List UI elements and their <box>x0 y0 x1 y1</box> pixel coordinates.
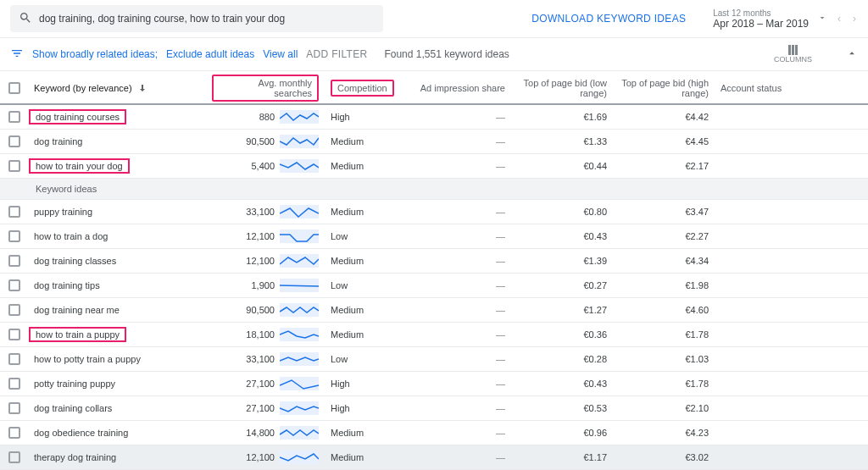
keyword-text: dog training classes <box>34 256 116 266</box>
filter-icon[interactable] <box>10 47 24 63</box>
sparkline-icon <box>280 159 319 173</box>
high-bid-value: €3.47 <box>614 207 715 217</box>
column-low-bid[interactable]: Top of page bid (low range) <box>512 75 614 102</box>
row-checkbox[interactable] <box>8 206 20 218</box>
row-checkbox[interactable] <box>8 111 20 123</box>
high-bid-value: €4.60 <box>614 305 715 315</box>
competition-value: Medium <box>326 452 410 462</box>
ad-impression-value: — <box>410 354 512 364</box>
table-row[interactable]: therapy dog training 12,100 Medium — €1.… <box>0 445 868 470</box>
row-checkbox[interactable] <box>8 279 20 291</box>
select-all-checkbox[interactable] <box>8 82 20 94</box>
competition-value: Low <box>326 354 410 364</box>
avg-searches-value: 1,900 <box>251 280 275 290</box>
filter-view-all[interactable]: View all <box>263 48 298 60</box>
table-row[interactable]: dog obedience training 14,800 Medium — €… <box>0 421 868 445</box>
filter-exclude-adult[interactable]: Exclude adult ideas <box>166 48 254 60</box>
keyword-text: how to train a dog <box>34 231 108 241</box>
row-checkbox[interactable] <box>8 378 20 390</box>
avg-searches-value: 33,100 <box>246 207 275 217</box>
ad-impression-value: — <box>410 207 512 217</box>
columns-button[interactable]: COLUMNS <box>774 45 812 64</box>
date-range-label: Last 12 months <box>713 8 809 18</box>
table-row[interactable]: dog training 90,500 Medium — €1.33 €4.45 <box>0 130 868 154</box>
row-checkbox[interactable] <box>8 304 20 316</box>
search-input[interactable] <box>39 13 375 25</box>
search-box[interactable] <box>10 5 383 32</box>
row-checkbox[interactable] <box>8 353 20 365</box>
competition-value: Medium <box>326 428 410 438</box>
competition-value: Medium <box>326 207 410 217</box>
column-keyword[interactable]: Keyword (by relevance) <box>34 83 202 93</box>
table-row[interactable]: how to train a puppy 18,100 Medium — €0.… <box>0 323 868 347</box>
low-bid-value: €0.28 <box>512 354 614 364</box>
column-competition[interactable]: Competition <box>331 80 394 97</box>
table-row[interactable]: how to train a dog 12,100 Low — €0.43 €2… <box>0 224 868 249</box>
avg-searches-value: 18,100 <box>246 329 275 340</box>
row-checkbox[interactable] <box>8 451 20 463</box>
ad-impression-value: — <box>410 329 512 340</box>
high-bid-value: €4.23 <box>614 428 715 438</box>
low-bid-value: €0.44 <box>512 161 614 171</box>
ad-impression-value: — <box>410 112 512 122</box>
row-checkbox[interactable] <box>8 402 20 414</box>
high-bid-value: €2.10 <box>614 403 715 413</box>
row-checkbox[interactable] <box>8 427 20 439</box>
competition-value: Medium <box>326 161 410 171</box>
avg-searches-value: 33,100 <box>246 354 275 364</box>
high-bid-value: €1.78 <box>614 329 715 340</box>
columns-icon <box>788 45 798 55</box>
next-period-button[interactable]: › <box>851 13 858 25</box>
column-ad-impression-share[interactable]: Ad impression share <box>410 80 512 97</box>
low-bid-value: €0.43 <box>512 379 614 389</box>
filter-broadly-related[interactable]: Show broadly related ideas; <box>32 48 158 60</box>
ad-impression-value: — <box>410 452 512 462</box>
column-high-bid[interactable]: Top of page bid (high range) <box>614 75 715 102</box>
low-bid-value: €0.27 <box>512 280 614 290</box>
sparkline-icon <box>280 254 319 268</box>
sparkline-icon <box>280 451 319 464</box>
low-bid-value: €0.96 <box>512 428 614 438</box>
high-bid-value: €4.45 <box>614 136 715 147</box>
table-row[interactable]: dog training near me 90,500 Medium — €1.… <box>0 298 868 323</box>
high-bid-value: €4.34 <box>614 256 715 266</box>
keyword-text: dog training collars <box>34 403 112 413</box>
row-checkbox[interactable] <box>8 255 20 267</box>
avg-searches-value: 90,500 <box>246 136 275 147</box>
row-checkbox[interactable] <box>8 160 20 172</box>
avg-searches-value: 5,400 <box>251 161 275 171</box>
row-checkbox[interactable] <box>8 329 20 340</box>
keyword-text: dog training courses <box>29 109 126 124</box>
column-avg-searches[interactable]: Avg. monthly searches <box>212 75 319 102</box>
row-checkbox[interactable] <box>8 230 20 242</box>
ad-impression-value: — <box>410 280 512 290</box>
table-row[interactable]: potty training puppy 27,100 High — €0.43… <box>0 372 868 396</box>
table-row[interactable]: how to train your dog 5,400 Medium — €0.… <box>0 154 868 179</box>
low-bid-value: €0.80 <box>512 207 614 217</box>
table-row[interactable]: dog training collars 27,100 High — €0.53… <box>0 396 868 421</box>
avg-searches-value: 12,100 <box>246 231 275 241</box>
column-account-status[interactable]: Account status <box>715 80 805 97</box>
prev-period-button[interactable]: ‹ <box>836 13 843 25</box>
sparkline-icon <box>280 135 319 148</box>
sparkline-icon <box>280 328 319 341</box>
table-row[interactable]: dog training courses 880 High — €1.69 €4… <box>0 105 868 130</box>
download-keyword-ideas-link[interactable]: DOWNLOAD KEYWORD IDEAS <box>531 13 686 25</box>
sparkline-icon <box>280 205 319 218</box>
ad-impression-value: — <box>410 428 512 438</box>
add-filter-button[interactable]: ADD FILTER <box>306 48 367 60</box>
row-checkbox[interactable] <box>8 135 20 147</box>
table-row[interactable]: how to potty train a puppy 33,100 Low — … <box>0 347 868 372</box>
table-row[interactable]: puppy training 33,100 Medium — €0.80 €3.… <box>0 200 868 224</box>
ad-impression-value: — <box>410 256 512 266</box>
low-bid-value: €1.39 <box>512 256 614 266</box>
table-row[interactable]: dog training tips 1,900 Low — €0.27 €1.9… <box>0 274 868 298</box>
keyword-text: dog obedience training <box>34 428 128 438</box>
date-range-picker[interactable]: Last 12 months Apr 2018 – Mar 2019 ‹ › <box>713 8 858 30</box>
avg-searches-value: 27,100 <box>246 403 275 413</box>
expand-button[interactable] <box>846 47 858 62</box>
table-row[interactable]: dog training classes 12,100 Medium — €1.… <box>0 249 868 274</box>
sparkline-icon <box>280 110 319 124</box>
avg-searches-value: 90,500 <box>246 305 275 315</box>
high-bid-value: €1.78 <box>614 379 715 389</box>
